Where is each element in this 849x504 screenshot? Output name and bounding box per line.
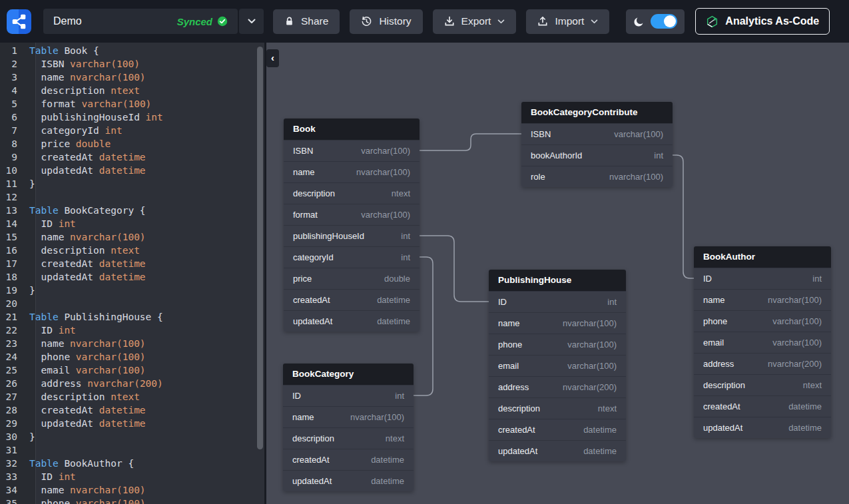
line-number: 26 (0, 377, 27, 390)
table-header[interactable]: PublishingHouse (489, 270, 626, 291)
line-number: 5 (0, 97, 27, 111)
editor-line: 6 publishingHouseId int (0, 111, 264, 124)
field-name: ISBN (531, 129, 551, 139)
download-icon (444, 16, 455, 27)
field-name: email (498, 361, 519, 371)
table-header[interactable]: BookCategoryContribute (521, 102, 673, 123)
editor-line: 35 phone varchar(100) (0, 497, 264, 504)
code-editor[interactable]: 1Table Book {2 ISBN varchar(100)3 name n… (0, 43, 264, 504)
diagram-canvas[interactable]: ‹ BookISBNvarchar(100)namenvarchar(100)d… (266, 43, 849, 504)
field-name: updatedAt (498, 446, 537, 456)
collapse-editor-button[interactable]: ‹ (266, 49, 279, 67)
table-field-row: updatedAtdatetime (283, 470, 414, 491)
check-circle-icon (217, 16, 228, 27)
table-field-row: updatedAtdatetime (284, 310, 420, 332)
field-type: datetime (377, 316, 410, 326)
table-field-row: phonevarchar(100) (489, 334, 626, 355)
editor-line: 33 ID int (0, 470, 264, 483)
field-type: datetime (788, 401, 822, 411)
analytics-as-code-button[interactable]: Analytics As-Code (695, 8, 830, 35)
editor-line: 14 ID int (0, 217, 264, 230)
relationship-line[interactable] (420, 236, 489, 302)
table-field-row: descriptionntext (489, 397, 626, 419)
table-card-PublishingHouse[interactable]: PublishingHouseIDintnamenvarchar(100)pho… (489, 270, 626, 461)
field-name: ID (292, 391, 301, 401)
table-field-row: IDint (283, 385, 414, 406)
field-name: createdAt (498, 425, 535, 435)
field-name: name (292, 412, 314, 422)
field-name: phone (498, 340, 522, 350)
app-logo[interactable] (7, 9, 31, 34)
table-card-BookCategory[interactable]: BookCategoryIDintnamenvarchar(100)descri… (283, 364, 414, 491)
table-header[interactable]: BookCategory (283, 364, 414, 385)
field-name: createdAt (292, 455, 330, 465)
relationship-line[interactable] (420, 134, 521, 150)
analytics-button-label: Analytics As-Code (725, 15, 819, 27)
table-field-row: updatedAtdatetime (694, 417, 831, 438)
diagram-name-input[interactable]: Demo Synced (43, 9, 238, 34)
table-header[interactable]: Book (284, 119, 420, 140)
share-nodes-logo (7, 9, 31, 34)
field-type: nvarchar(200) (563, 382, 617, 392)
field-type: varchar(100) (614, 129, 663, 139)
chevron-down-icon (497, 19, 505, 24)
field-type: datetime (371, 455, 404, 465)
field-type: nvarchar(100) (563, 318, 617, 328)
table-card-BookAuthor[interactable]: BookAuthorIDintnamenvarchar(100)phonevar… (694, 246, 831, 438)
table-field-row: namenvarchar(100) (489, 312, 626, 334)
line-number: 19 (0, 284, 27, 297)
editor-line: 23 name nvarchar(100) (0, 337, 264, 350)
table-field-row: pricedouble (284, 268, 420, 289)
field-name: ID (498, 297, 507, 307)
line-number: 17 (0, 257, 27, 270)
editor-line: 31 (0, 443, 264, 457)
table-field-row: publishingHouseIdint (284, 225, 420, 246)
line-number: 20 (0, 297, 27, 310)
line-number: 16 (0, 244, 27, 257)
history-button[interactable]: History (350, 9, 422, 34)
share-button[interactable]: Share (273, 9, 340, 34)
relationship-line[interactable] (673, 155, 694, 278)
field-name: address (703, 359, 734, 369)
chevron-down-icon (591, 19, 598, 24)
table-field-row: phonevarchar(100) (694, 310, 831, 332)
lock-icon (284, 16, 294, 27)
table-field-row: categoryIdint (284, 246, 420, 268)
editor-scrollbar[interactable] (257, 47, 263, 449)
table-card-BookCategoryContribute[interactable]: BookCategoryContributeISBNvarchar(100)bo… (521, 102, 673, 187)
table-field-row: formatvarchar(100) (284, 204, 420, 225)
table-field-row: createdAtdatetime (489, 419, 626, 440)
field-name: name (293, 167, 315, 177)
editor-line: 32Table BookAuthor { (0, 457, 264, 470)
table-field-row: namenvarchar(100) (283, 406, 414, 427)
line-number: 29 (0, 417, 27, 430)
line-number: 9 (0, 150, 27, 164)
dark-mode-toggle[interactable] (651, 14, 677, 29)
table-field-row: bookAuthorIdint (521, 144, 673, 166)
line-number: 12 (0, 190, 27, 204)
export-button[interactable]: Export (433, 9, 517, 34)
field-name: bookAuthorId (531, 150, 582, 160)
field-name: phone (703, 316, 727, 326)
field-name: description (498, 403, 540, 413)
field-type: int (395, 391, 404, 401)
export-button-label: Export (461, 15, 491, 27)
table-header[interactable]: BookAuthor (694, 246, 831, 268)
field-type: datetime (583, 425, 617, 435)
editor-line: 26 address nvarchar(200) (0, 377, 264, 390)
line-number: 15 (0, 230, 27, 244)
field-type: double (384, 274, 410, 284)
field-type: nvarchar(100) (768, 295, 822, 305)
field-name: address (498, 382, 529, 392)
editor-line: 11} (0, 177, 264, 190)
import-button[interactable]: Import (526, 9, 609, 34)
table-card-Book[interactable]: BookISBNvarchar(100)namenvarchar(100)des… (284, 119, 420, 332)
chevron-down-icon (248, 19, 256, 24)
line-number: 14 (0, 217, 27, 230)
line-number: 30 (0, 430, 27, 443)
field-type: datetime (583, 446, 617, 456)
table-field-row: IDint (489, 291, 626, 312)
diagram-menu-button[interactable] (239, 9, 264, 34)
editor-line: 4 description ntext (0, 84, 264, 97)
field-type: ntext (386, 433, 404, 443)
